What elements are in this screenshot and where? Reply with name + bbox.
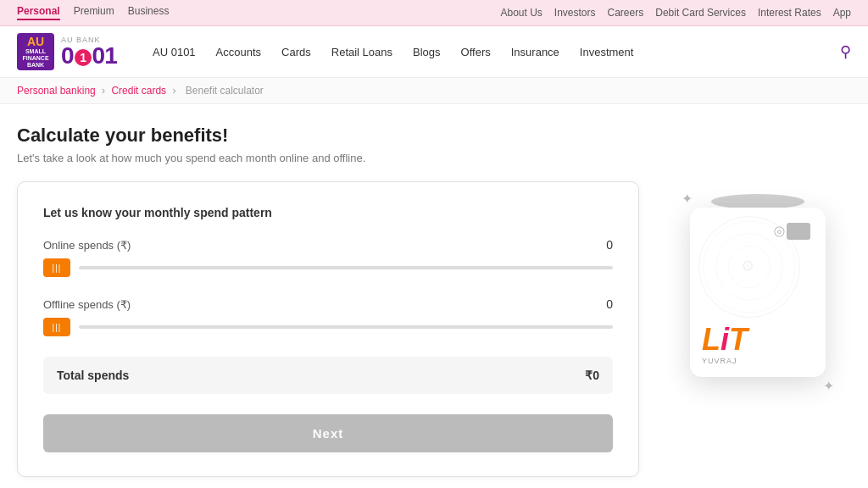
utility-bar-left: Personal Premium Business (17, 5, 169, 20)
offline-spend-row: Offline spends (₹) 0 ||| (43, 297, 613, 336)
offline-spend-label: Offline spends (₹) (43, 298, 131, 311)
breadcrumb-sep-1: › (102, 85, 108, 97)
online-label-row: Online spends (₹) 0 (43, 238, 613, 252)
calc-card: Let us know your monthly spend pattern O… (17, 181, 639, 477)
online-slider-track[interactable] (79, 266, 613, 269)
logo-subtext: SMALLFINANCEBANK (22, 48, 48, 68)
one-2: 1 (104, 42, 117, 69)
calculator-section: Calculate your benefits! Let's take a lo… (17, 125, 639, 477)
nav-offers[interactable]: Offers (461, 46, 491, 58)
spend-pattern-title: Let us know your monthly spend pattern (43, 206, 613, 219)
breadcrumb: Personal banking › Credit cards › Benefi… (0, 78, 868, 104)
bank-title: AU BANK 0101 (61, 36, 117, 68)
au-logo: AU SMALLFINANCEBANK (17, 33, 54, 70)
nav-blogs[interactable]: Blogs (413, 46, 441, 58)
nav-accounts[interactable]: Accounts (216, 46, 261, 58)
total-row: Total spends ₹0 (43, 357, 613, 394)
link-interest-rates[interactable]: Interest Rates (758, 7, 821, 19)
lit-l: L (702, 322, 721, 357)
online-slider-thumb[interactable]: ||| (43, 258, 70, 277)
total-label: Total spends (57, 369, 129, 382)
navbar: AU SMALLFINANCEBANK AU BANK 0101 AU 0101… (0, 26, 868, 78)
offline-slider-track[interactable] (79, 325, 613, 329)
card-lit-text: LiT (702, 324, 814, 355)
lit-i: i (721, 322, 729, 357)
card-image-section: ✦ ⦾ ⚙ LiT YUVRAJ ✦ (665, 125, 851, 477)
offline-slider-thumb[interactable]: ||| (43, 318, 70, 336)
offline-slider-container: ||| (43, 318, 613, 336)
nav-cards[interactable]: Cards (281, 46, 311, 58)
nav-links: AU 0101 Accounts Cards Retail Loans Blog… (153, 42, 851, 61)
bank-number: 0101 (61, 44, 117, 68)
online-slider-container: ||| (43, 258, 613, 277)
calc-title: Calculate your benefits! (17, 125, 639, 147)
link-about-us[interactable]: About Us (500, 7, 542, 19)
nav-business[interactable]: Business (128, 5, 170, 20)
nav-personal[interactable]: Personal (17, 5, 60, 20)
lit-t: T (729, 322, 748, 357)
logo-area[interactable]: AU SMALLFINANCEBANK AU BANK 0101 (17, 33, 127, 70)
slider-handle-icon-2: ||| (53, 323, 62, 332)
online-spend-row: Online spends (₹) 0 ||| (43, 238, 613, 277)
link-debit-card-services[interactable]: Debit Card Services (655, 7, 746, 19)
card-visual: ✦ ⦾ ⚙ LiT YUVRAJ ✦ (682, 191, 834, 411)
breadcrumb-credit-cards[interactable]: Credit cards (111, 85, 166, 97)
offline-label-row: Offline spends (₹) 0 (43, 297, 613, 311)
sparkle-icon-2: ✦ (823, 378, 834, 394)
offline-spend-value: 0 (606, 297, 613, 311)
total-value: ₹0 (585, 369, 599, 382)
breadcrumb-sep-2: › (172, 85, 178, 97)
online-spend-value: 0 (606, 238, 613, 252)
link-careers[interactable]: Careers (608, 7, 644, 19)
sparkle-icon-1: ✦ (682, 191, 693, 207)
nav-investment[interactable]: Investment (580, 46, 634, 58)
breadcrumb-personal-banking[interactable]: Personal banking (17, 85, 96, 97)
slider-handle-icon: ||| (53, 263, 62, 273)
online-spend-label: Online spends (₹) (43, 239, 131, 252)
nav-premium[interactable]: Premium (74, 5, 114, 20)
search-icon[interactable]: ⚲ (840, 42, 851, 61)
utility-bar-right: About Us Investors Careers Debit Card Se… (500, 7, 851, 19)
link-app[interactable]: App (833, 7, 851, 19)
card-pattern: ⚙ (698, 216, 800, 318)
nav-au0101[interactable]: AU 0101 (153, 46, 196, 58)
next-button[interactable]: Next (43, 414, 613, 452)
card-holder-name: YUVRAJ (702, 357, 814, 365)
svg-text:⚙: ⚙ (741, 258, 754, 274)
au-text: AU (27, 36, 44, 48)
zero-2: 0 (92, 42, 105, 69)
utility-bar: Personal Premium Business About Us Inves… (0, 0, 868, 26)
zero-1: 0 (61, 42, 74, 69)
calc-subtitle: Let's take a look at how much you spend … (17, 152, 639, 164)
card-logo: LiT YUVRAJ (702, 324, 814, 365)
one-circle: 1 (75, 49, 92, 66)
credit-card: ⦾ ⚙ LiT YUVRAJ (690, 208, 826, 377)
main-content: Calculate your benefits! Let's take a lo… (0, 104, 868, 488)
nav-retail-loans[interactable]: Retail Loans (331, 46, 392, 58)
link-investors[interactable]: Investors (554, 7, 596, 19)
breadcrumb-current: Benefit calculator (186, 85, 264, 97)
nav-insurance[interactable]: Insurance (511, 46, 559, 58)
